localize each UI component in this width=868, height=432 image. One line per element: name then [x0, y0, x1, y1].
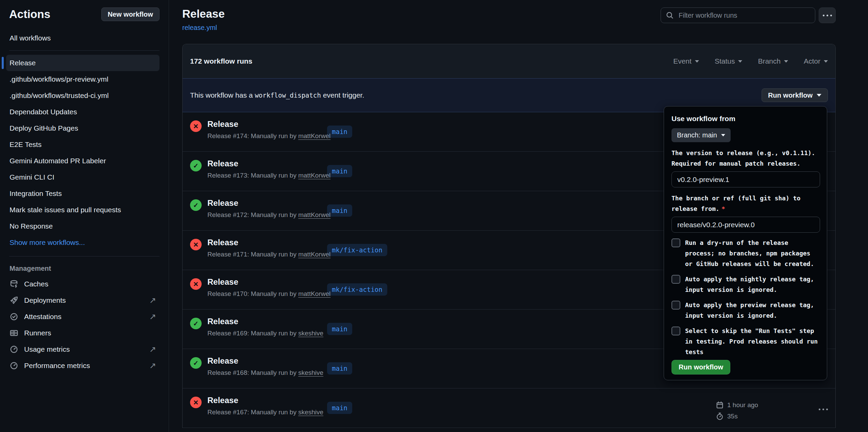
- run-status-icon: [190, 318, 202, 329]
- rocket-icon: [10, 296, 18, 305]
- branch-badge[interactable]: main: [327, 402, 352, 414]
- checkbox-row: Auto apply the preview release tag, inpu…: [671, 300, 819, 321]
- sidebar-item-workflow[interactable]: Dependabot Updates: [6, 104, 159, 120]
- sidebar-item-label: Deploy GitHub Pages: [10, 124, 78, 132]
- workflow-input[interactable]: [671, 217, 820, 233]
- banner-text: This workflow has aworkflow_dispatcheven…: [190, 91, 364, 99]
- actor-link[interactable]: mattKorwel: [298, 211, 330, 218]
- sidebar-item-runners[interactable]: Runners ↗: [6, 325, 159, 341]
- branch-badge[interactable]: main: [327, 204, 352, 217]
- branch-badge[interactable]: main: [327, 323, 352, 335]
- branch-badge[interactable]: main: [327, 362, 352, 375]
- run-workflow-dropdown-button[interactable]: Run workflow: [762, 88, 828, 102]
- sidebar-item-usage-metrics[interactable]: Usage metrics ↗: [6, 341, 159, 358]
- sidebar-item-all-workflows[interactable]: All workflows: [6, 30, 159, 46]
- checkbox[interactable]: [671, 275, 680, 284]
- sidebar-item-workflow[interactable]: E2E Tests: [6, 136, 159, 153]
- actor-link[interactable]: skeshive: [298, 369, 323, 376]
- filter-dropdown[interactable]: Actor: [804, 57, 828, 65]
- sidebar-item-performance-metrics[interactable]: Performance metrics ↗: [6, 358, 159, 374]
- checkbox[interactable]: [671, 238, 680, 247]
- run-status-icon: [190, 357, 202, 369]
- sidebar-item-deployments[interactable]: Deployments ↗: [6, 292, 159, 309]
- filter-dropdown[interactable]: Status: [715, 57, 743, 65]
- run-kebab-button[interactable]: [819, 409, 828, 420]
- run-title-link[interactable]: Release: [207, 396, 323, 405]
- dropdown-fields: The version to release (e.g., v0.1.11). …: [671, 148, 819, 233]
- run-title-link[interactable]: Release: [207, 159, 330, 168]
- chevron-down-icon: [784, 60, 788, 63]
- actor-link[interactable]: skeshive: [298, 330, 323, 337]
- checkbox-row: Auto apply the nightly release tag, inpu…: [671, 274, 819, 295]
- sidebar-divider: [9, 50, 159, 51]
- sidebar-item-workflow[interactable]: Show more workflows...: [6, 234, 159, 251]
- new-workflow-button[interactable]: New workflow: [101, 7, 159, 21]
- sidebar-item-label: Show more workflows...: [10, 238, 85, 247]
- checkbox-row: Select to skip the "Run Tests" step in t…: [671, 326, 819, 357]
- sidebar-item-caches[interactable]: Caches ↗: [6, 276, 159, 292]
- run-status-icon: [190, 278, 202, 290]
- run-title-link[interactable]: Release: [207, 317, 323, 326]
- filter-dropdown[interactable]: Branch: [758, 57, 788, 65]
- sidebar-item-label: Caches: [24, 280, 48, 288]
- filter-dropdown[interactable]: Event: [673, 57, 699, 65]
- sidebar-item-label: Dependabot Updates: [10, 108, 77, 116]
- actor-link[interactable]: mattKorwel: [298, 251, 330, 258]
- sidebar-item-label: Attestations: [24, 313, 62, 321]
- sidebar-item-workflow[interactable]: Gemini Automated PR Labeler: [6, 153, 159, 169]
- kebab-icon: [819, 409, 828, 410]
- page-kebab-button[interactable]: [819, 7, 836, 23]
- dropdown-heading: Use workflow from: [671, 115, 819, 123]
- actor-link[interactable]: mattKorwel: [298, 172, 330, 179]
- sidebar-item-workflow[interactable]: .github/workflows/trusted-ci.yml: [6, 87, 159, 104]
- filter-label: Event: [673, 57, 692, 65]
- sidebar-item-workflow[interactable]: Gemini CLI CI: [6, 169, 159, 185]
- filter-workflow-runs-input[interactable]: [661, 7, 815, 23]
- run-title-link[interactable]: Release: [207, 238, 330, 247]
- run-title-link[interactable]: Release: [207, 356, 323, 366]
- sidebar-item-workflow[interactable]: Release: [6, 55, 159, 71]
- workflow-run-row: Release Release #167: Manually run by sk…: [183, 388, 835, 428]
- run-title-link[interactable]: Release: [207, 198, 330, 208]
- sidebar-item-workflow[interactable]: No Response: [6, 218, 159, 234]
- workflow-input-field: The version to release (e.g., v0.1.11). …: [671, 148, 819, 187]
- workflow-file-link[interactable]: release.yml: [182, 24, 217, 32]
- run-title-link[interactable]: Release: [207, 119, 330, 129]
- chevron-down-icon: [738, 60, 742, 63]
- run-workflow-dropdown-panel: Use workflow from Branch: main The versi…: [664, 106, 827, 380]
- workflow-input[interactable]: [671, 171, 820, 187]
- branch-badge[interactable]: mk/fix-action: [327, 283, 387, 296]
- sidebar-item-label: Integration Tests: [10, 189, 62, 198]
- run-filters: Event Status Branch Actor: [673, 57, 828, 65]
- run-title-link[interactable]: Release: [207, 277, 330, 287]
- sidebar-item-label: Deployments: [24, 296, 66, 304]
- meter-icon: [10, 361, 18, 370]
- sidebar-item-workflow[interactable]: Integration Tests: [6, 185, 159, 202]
- sidebar-item-workflow[interactable]: Deploy GitHub Pages: [6, 120, 159, 136]
- checkbox[interactable]: [671, 327, 680, 335]
- server-icon: [10, 329, 18, 337]
- branch-badge[interactable]: main: [327, 126, 352, 138]
- checkbox[interactable]: [671, 301, 680, 310]
- actor-link[interactable]: mattKorwel: [298, 132, 330, 139]
- run-workflow-submit-button[interactable]: Run workflow: [671, 360, 730, 375]
- sidebar-item-attestations[interactable]: Attestations ↗: [6, 309, 159, 325]
- sidebar-item-workflow[interactable]: .github/workflows/pr-review.yml: [6, 71, 159, 87]
- actor-link[interactable]: skeshive: [298, 409, 323, 416]
- run-status-icon: [190, 199, 202, 211]
- branch-badge[interactable]: mk/fix-action: [327, 244, 387, 256]
- external-link-icon: ↗: [149, 361, 156, 370]
- meter-icon: [10, 345, 18, 354]
- calendar-icon: [716, 401, 724, 409]
- branch-badge[interactable]: main: [327, 165, 352, 177]
- sidebar-item-label: No Response: [10, 222, 53, 230]
- run-description: Release #173: Manually run by mattKorwel: [207, 172, 330, 179]
- sidebar-item-label: E2E Tests: [10, 140, 41, 149]
- branch-select-button[interactable]: Branch: main: [671, 128, 731, 142]
- actor-link[interactable]: mattKorwel: [298, 290, 330, 297]
- sidebar-divider: [9, 256, 159, 256]
- search-icon: [666, 11, 674, 19]
- run-description: Release #174: Manually run by mattKorwel: [207, 132, 330, 140]
- run-status-icon: [190, 160, 202, 171]
- sidebar-item-workflow[interactable]: Mark stale issues and pull requests: [6, 202, 159, 218]
